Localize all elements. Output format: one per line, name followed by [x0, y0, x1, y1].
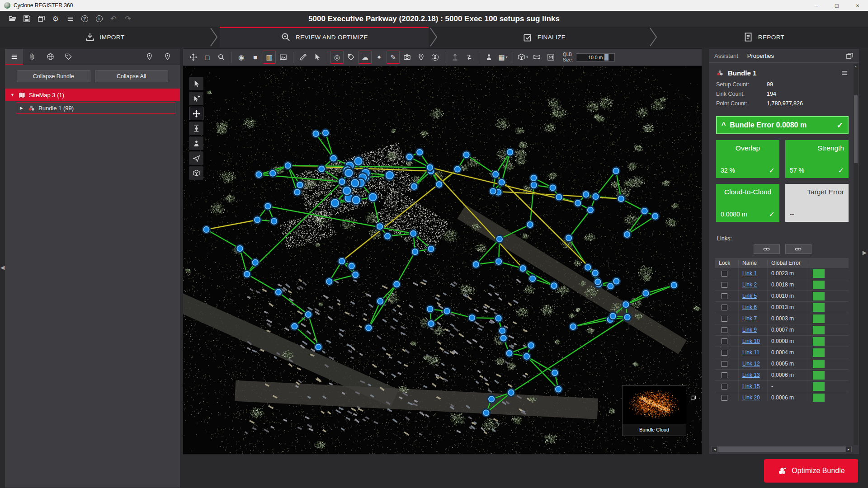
collapse-left-panel-arrow[interactable]: ◀ [0, 264, 5, 271]
save-project-icon[interactable] [20, 13, 33, 25]
link-name[interactable]: Link 1 [739, 268, 768, 279]
fit-window-icon[interactable]: ◻ [201, 51, 214, 64]
lock-checkbox[interactable] [722, 384, 727, 389]
multi-select-tool-icon[interactable] [189, 92, 203, 105]
link-name[interactable]: Link 12 [739, 358, 768, 369]
qlb-size-slider[interactable]: 10.0 m [576, 53, 615, 61]
bundle-error-banner[interactable]: ^ Bundle Error 0.0080 m ✓ [716, 116, 849, 134]
settings-gear-icon[interactable]: ⚙ [49, 13, 62, 25]
project-windows-icon[interactable] [34, 13, 48, 25]
workflow-step-import[interactable]: IMPORT [0, 27, 209, 47]
vertical-scrollbar[interactable]: ▴ [854, 64, 858, 445]
lock-checkbox[interactable] [722, 361, 727, 367]
lock-checkbox[interactable] [722, 282, 727, 288]
scrollbar-thumb[interactable] [718, 446, 845, 452]
cube-view-icon[interactable]: ▾ [516, 51, 529, 64]
minimap-canvas[interactable] [623, 386, 686, 424]
link-name-text[interactable]: Link 12 [742, 361, 760, 367]
horizontal-scrollbar[interactable]: ◂ ▸ [712, 446, 852, 452]
help-icon[interactable]: ? [78, 13, 91, 25]
scroll-right-arrow[interactable]: ▸ [845, 446, 852, 452]
link-name-text[interactable]: Link 1 [742, 270, 757, 277]
auto-align-icon[interactable]: ✦ [373, 51, 386, 64]
event-log-icon[interactable] [63, 13, 77, 25]
tree-item-bundle[interactable]: ▶ Bundle 1 (99) [16, 102, 175, 114]
minimap-expand-icon[interactable] [690, 395, 696, 401]
qlb-grid-icon[interactable] [544, 51, 557, 64]
tab-attachments-icon[interactable] [23, 49, 41, 65]
lock-checkbox[interactable] [722, 271, 727, 277]
link-name-text[interactable]: Link 13 [742, 372, 760, 378]
capture-image-icon[interactable] [401, 51, 414, 64]
link-name-text[interactable]: Link 6 [742, 304, 757, 310]
collapse-caret-icon[interactable]: ^ [722, 121, 726, 129]
link-name[interactable]: Link 11 [739, 347, 768, 358]
pick-tool-icon[interactable] [311, 51, 324, 64]
zoom-window-icon[interactable] [215, 51, 228, 64]
scroll-up-arrow[interactable]: ▴ [854, 64, 858, 69]
lock-checkbox[interactable] [722, 372, 727, 378]
link-name[interactable]: Link 13 [739, 370, 768, 380]
tab-project-explorer-icon[interactable] [5, 49, 23, 65]
fly-tool-icon[interactable] [189, 151, 203, 165]
geotag-icon[interactable] [415, 51, 428, 64]
workflow-step-report[interactable]: REPORT [659, 27, 868, 47]
tab-properties[interactable]: Properties [747, 52, 774, 59]
grid-icon[interactable]: ▦▾ [496, 51, 509, 64]
link-name[interactable]: Link 20 [739, 392, 768, 402]
redo-icon[interactable]: ↷ [121, 13, 135, 25]
pan-tool-icon[interactable] [189, 107, 203, 120]
about-info-icon[interactable]: i [92, 13, 106, 25]
lock-checkbox[interactable] [722, 327, 727, 333]
person-view-tool-icon[interactable] [189, 136, 203, 150]
add-target-icon[interactable]: ◎ [330, 51, 344, 64]
scrollbar-thumb[interactable] [854, 95, 858, 163]
select-tool-icon[interactable] [189, 77, 203, 90]
lock-checkbox[interactable] [722, 316, 727, 322]
link-name[interactable]: Link 7 [739, 313, 768, 324]
scroll-left-arrow[interactable]: ◂ [712, 446, 718, 452]
pano-image-icon[interactable] [277, 51, 290, 64]
qlb-slider-thumb[interactable] [604, 54, 609, 61]
marker-filter-alt-icon[interactable] [158, 49, 176, 65]
link-name-text[interactable]: Link 2 [742, 282, 757, 288]
link-name-text[interactable]: Link 15 [742, 383, 760, 389]
tab-tags-icon[interactable] [59, 49, 77, 65]
link-name-text[interactable]: Link 5 [742, 293, 757, 299]
link-name[interactable]: Link 2 [739, 279, 768, 290]
tree-item-sitemap[interactable]: ▼ SiteMap 3 (1) [5, 89, 180, 101]
cloud-to-cloud-icon[interactable]: ☁ [359, 51, 372, 64]
measure-icon[interactable] [297, 51, 310, 64]
collapse-bundle-button[interactable]: Collapse Bundle [17, 70, 90, 82]
link-name-text[interactable]: Link 10 [742, 338, 760, 344]
setup-orbit-icon[interactable] [429, 51, 442, 64]
survey-icon[interactable] [482, 51, 495, 64]
lock-checkbox[interactable] [722, 338, 727, 344]
pano-view-icon[interactable] [530, 51, 543, 64]
expand-caret-icon[interactable]: ▼ [10, 93, 15, 97]
minimize-button[interactable]: – [806, 0, 826, 11]
tab-assistant[interactable]: Assistant [714, 52, 738, 59]
link-name-text[interactable]: Link 7 [742, 315, 757, 322]
bundle-cloud-minimap[interactable]: Bundle Cloud [622, 385, 686, 436]
link-name[interactable]: Link 9 [739, 324, 768, 335]
link-name[interactable]: Link 5 [739, 291, 768, 301]
unlock-links-button[interactable] [785, 244, 811, 254]
lock-checkbox[interactable] [722, 305, 727, 310]
expand-caret-icon[interactable]: ▶ [20, 106, 24, 110]
pan-view-icon[interactable] [187, 51, 200, 64]
workflow-step-review-and-optimize[interactable]: REVIEW AND OPTIMIZE [220, 27, 429, 47]
link-name[interactable]: Link 6 [739, 302, 768, 313]
link-name[interactable]: Link 15 [739, 381, 768, 392]
range-tool-icon[interactable] [189, 122, 203, 135]
maximize-button[interactable]: □ [826, 0, 847, 11]
undo-icon[interactable]: ↶ [107, 13, 120, 25]
tab-web-icon[interactable] [41, 49, 59, 65]
lock-checkbox[interactable] [722, 350, 727, 356]
panel-layout-icon[interactable] [846, 52, 854, 60]
swap-setup-icon[interactable] [462, 51, 476, 64]
lock-checkbox[interactable] [722, 395, 727, 401]
close-button[interactable]: × [847, 0, 868, 11]
link-name-text[interactable]: Link 11 [742, 349, 760, 356]
split-view-icon[interactable]: ▥ [263, 51, 276, 64]
